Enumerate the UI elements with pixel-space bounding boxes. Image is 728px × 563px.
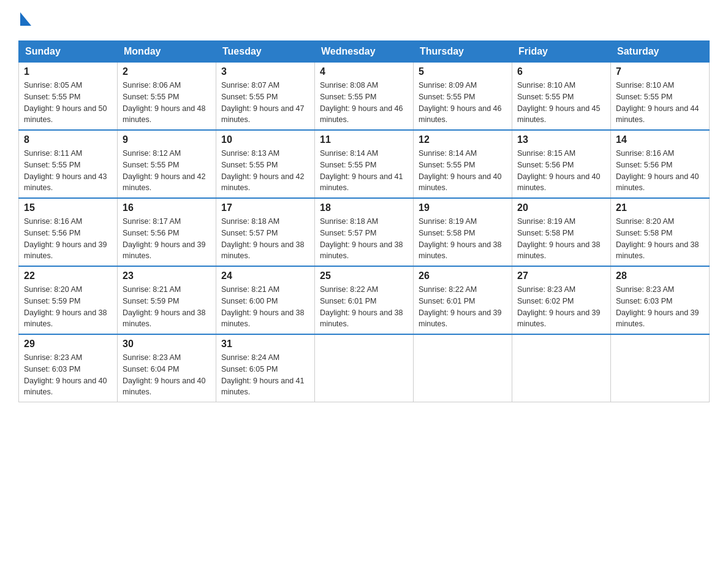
calendar-cell: 21 Sunrise: 8:20 AMSunset: 5:58 PMDaylig… bbox=[611, 198, 710, 266]
day-info: Sunrise: 8:19 AMSunset: 5:58 PMDaylight:… bbox=[419, 217, 502, 260]
calendar-cell: 3 Sunrise: 8:07 AMSunset: 5:55 PMDayligh… bbox=[216, 63, 315, 131]
day-number: 23 bbox=[123, 270, 211, 282]
day-info: Sunrise: 8:14 AMSunset: 5:55 PMDaylight:… bbox=[320, 149, 403, 192]
day-number: 2 bbox=[123, 66, 211, 77]
calendar-cell: 9 Sunrise: 8:12 AMSunset: 5:55 PMDayligh… bbox=[118, 130, 216, 198]
calendar-table: SundayMondayTuesdayWednesdayThursdayFrid… bbox=[18, 40, 710, 402]
calendar-cell: 10 Sunrise: 8:13 AMSunset: 5:55 PMDaylig… bbox=[216, 130, 315, 198]
day-info: Sunrise: 8:07 AMSunset: 5:55 PMDaylight:… bbox=[221, 81, 305, 124]
day-number: 12 bbox=[419, 134, 507, 145]
day-number: 17 bbox=[221, 202, 309, 213]
day-info: Sunrise: 8:22 AMSunset: 6:01 PMDaylight:… bbox=[320, 285, 403, 328]
weekday-header-thursday: Thursday bbox=[414, 41, 512, 63]
calendar-cell: 31 Sunrise: 8:24 AMSunset: 6:05 PMDaylig… bbox=[216, 334, 315, 402]
calendar-week-1: 1 Sunrise: 8:05 AMSunset: 5:55 PMDayligh… bbox=[19, 63, 710, 131]
calendar-cell: 2 Sunrise: 8:06 AMSunset: 5:55 PMDayligh… bbox=[118, 63, 216, 131]
day-info: Sunrise: 8:13 AMSunset: 5:55 PMDaylight:… bbox=[221, 149, 305, 192]
calendar-cell bbox=[414, 334, 512, 402]
calendar-cell: 6 Sunrise: 8:10 AMSunset: 5:55 PMDayligh… bbox=[512, 63, 611, 131]
calendar-cell bbox=[315, 334, 414, 402]
calendar-week-3: 15 Sunrise: 8:16 AMSunset: 5:56 PMDaylig… bbox=[19, 198, 710, 266]
day-info: Sunrise: 8:10 AMSunset: 5:55 PMDaylight:… bbox=[616, 81, 699, 124]
calendar-cell: 25 Sunrise: 8:22 AMSunset: 6:01 PMDaylig… bbox=[315, 266, 414, 334]
day-info: Sunrise: 8:18 AMSunset: 5:57 PMDaylight:… bbox=[221, 217, 305, 260]
day-number: 8 bbox=[24, 134, 112, 145]
calendar-cell: 24 Sunrise: 8:21 AMSunset: 6:00 PMDaylig… bbox=[216, 266, 315, 334]
logo-triangle-icon bbox=[20, 12, 31, 28]
calendar-cell: 23 Sunrise: 8:21 AMSunset: 5:59 PMDaylig… bbox=[118, 266, 216, 334]
svg-marker-0 bbox=[20, 12, 31, 26]
day-number: 29 bbox=[24, 339, 112, 350]
day-info: Sunrise: 8:24 AMSunset: 6:05 PMDaylight:… bbox=[221, 353, 305, 396]
day-info: Sunrise: 8:23 AMSunset: 6:04 PMDaylight:… bbox=[123, 353, 206, 396]
day-number: 11 bbox=[320, 134, 408, 145]
day-info: Sunrise: 8:20 AMSunset: 5:59 PMDaylight:… bbox=[24, 285, 107, 328]
weekday-header-tuesday: Tuesday bbox=[216, 41, 315, 63]
calendar-cell: 4 Sunrise: 8:08 AMSunset: 5:55 PMDayligh… bbox=[315, 63, 414, 131]
day-number: 27 bbox=[517, 270, 605, 282]
calendar-cell: 8 Sunrise: 8:11 AMSunset: 5:55 PMDayligh… bbox=[19, 130, 118, 198]
day-info: Sunrise: 8:21 AMSunset: 5:59 PMDaylight:… bbox=[123, 285, 206, 328]
weekday-header-row: SundayMondayTuesdayWednesdayThursdayFrid… bbox=[19, 41, 710, 63]
day-number: 24 bbox=[221, 270, 309, 282]
day-number: 21 bbox=[616, 202, 704, 213]
day-info: Sunrise: 8:09 AMSunset: 5:55 PMDaylight:… bbox=[419, 81, 502, 124]
calendar-cell: 14 Sunrise: 8:16 AMSunset: 5:56 PMDaylig… bbox=[611, 130, 710, 198]
day-number: 9 bbox=[123, 134, 211, 145]
day-number: 26 bbox=[419, 270, 507, 282]
calendar-cell: 26 Sunrise: 8:22 AMSunset: 6:01 PMDaylig… bbox=[414, 266, 512, 334]
day-number: 1 bbox=[24, 66, 112, 77]
weekday-header-monday: Monday bbox=[118, 41, 216, 63]
calendar-cell: 28 Sunrise: 8:23 AMSunset: 6:03 PMDaylig… bbox=[611, 266, 710, 334]
day-info: Sunrise: 8:18 AMSunset: 5:57 PMDaylight:… bbox=[320, 217, 403, 260]
day-number: 6 bbox=[517, 66, 605, 77]
calendar-week-2: 8 Sunrise: 8:11 AMSunset: 5:55 PMDayligh… bbox=[19, 130, 710, 198]
day-info: Sunrise: 8:05 AMSunset: 5:55 PMDaylight:… bbox=[24, 81, 107, 124]
day-number: 14 bbox=[616, 134, 704, 145]
day-info: Sunrise: 8:11 AMSunset: 5:55 PMDaylight:… bbox=[24, 149, 107, 192]
calendar-week-5: 29 Sunrise: 8:23 AMSunset: 6:03 PMDaylig… bbox=[19, 334, 710, 402]
weekday-header-wednesday: Wednesday bbox=[315, 41, 414, 63]
calendar-cell: 27 Sunrise: 8:23 AMSunset: 6:02 PMDaylig… bbox=[512, 266, 611, 334]
day-info: Sunrise: 8:23 AMSunset: 6:02 PMDaylight:… bbox=[517, 285, 601, 328]
page-header bbox=[18, 12, 710, 28]
day-info: Sunrise: 8:12 AMSunset: 5:55 PMDaylight:… bbox=[123, 149, 206, 192]
calendar-cell: 18 Sunrise: 8:18 AMSunset: 5:57 PMDaylig… bbox=[315, 198, 414, 266]
day-number: 7 bbox=[616, 66, 704, 77]
calendar-cell: 22 Sunrise: 8:20 AMSunset: 5:59 PMDaylig… bbox=[19, 266, 118, 334]
day-number: 18 bbox=[320, 202, 408, 213]
day-number: 3 bbox=[221, 66, 309, 77]
weekday-header-friday: Friday bbox=[512, 41, 611, 63]
day-number: 30 bbox=[123, 339, 211, 350]
calendar-cell: 29 Sunrise: 8:23 AMSunset: 6:03 PMDaylig… bbox=[19, 334, 118, 402]
logo bbox=[18, 12, 31, 28]
day-info: Sunrise: 8:15 AMSunset: 5:56 PMDaylight:… bbox=[517, 149, 601, 192]
day-number: 5 bbox=[419, 66, 507, 77]
calendar-cell bbox=[611, 334, 710, 402]
day-number: 25 bbox=[320, 270, 408, 282]
day-number: 22 bbox=[24, 270, 112, 282]
day-number: 10 bbox=[221, 134, 309, 145]
calendar-cell: 13 Sunrise: 8:15 AMSunset: 5:56 PMDaylig… bbox=[512, 130, 611, 198]
day-number: 19 bbox=[419, 202, 507, 213]
day-number: 28 bbox=[616, 270, 704, 282]
day-info: Sunrise: 8:23 AMSunset: 6:03 PMDaylight:… bbox=[616, 285, 699, 328]
day-number: 16 bbox=[123, 202, 211, 213]
calendar-cell: 15 Sunrise: 8:16 AMSunset: 5:56 PMDaylig… bbox=[19, 198, 118, 266]
weekday-header-saturday: Saturday bbox=[611, 41, 710, 63]
day-info: Sunrise: 8:16 AMSunset: 5:56 PMDaylight:… bbox=[24, 217, 107, 260]
day-info: Sunrise: 8:16 AMSunset: 5:56 PMDaylight:… bbox=[616, 149, 699, 192]
day-info: Sunrise: 8:17 AMSunset: 5:56 PMDaylight:… bbox=[123, 217, 206, 260]
calendar-cell: 1 Sunrise: 8:05 AMSunset: 5:55 PMDayligh… bbox=[19, 63, 118, 131]
day-info: Sunrise: 8:20 AMSunset: 5:58 PMDaylight:… bbox=[616, 217, 699, 260]
day-number: 13 bbox=[517, 134, 605, 145]
calendar-cell: 30 Sunrise: 8:23 AMSunset: 6:04 PMDaylig… bbox=[118, 334, 216, 402]
day-info: Sunrise: 8:21 AMSunset: 6:00 PMDaylight:… bbox=[221, 285, 305, 328]
calendar-week-4: 22 Sunrise: 8:20 AMSunset: 5:59 PMDaylig… bbox=[19, 266, 710, 334]
calendar-cell bbox=[512, 334, 611, 402]
day-info: Sunrise: 8:06 AMSunset: 5:55 PMDaylight:… bbox=[123, 81, 206, 124]
calendar-cell: 16 Sunrise: 8:17 AMSunset: 5:56 PMDaylig… bbox=[118, 198, 216, 266]
day-info: Sunrise: 8:23 AMSunset: 6:03 PMDaylight:… bbox=[24, 353, 107, 396]
day-number: 31 bbox=[221, 339, 309, 350]
calendar-cell: 11 Sunrise: 8:14 AMSunset: 5:55 PMDaylig… bbox=[315, 130, 414, 198]
